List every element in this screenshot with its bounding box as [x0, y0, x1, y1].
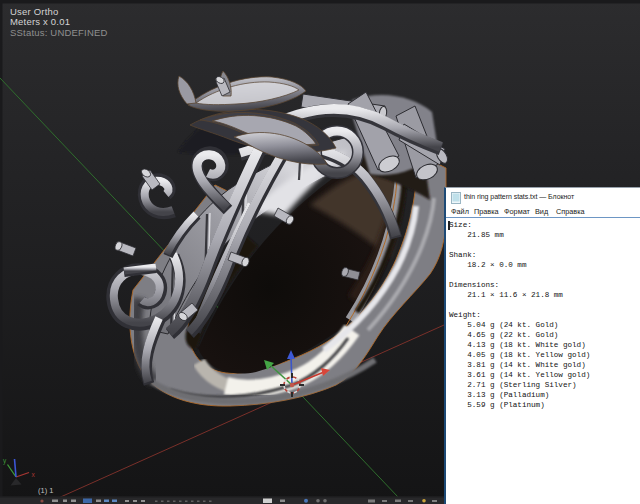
svg-text:(1) 1: (1) 1	[38, 486, 53, 495]
